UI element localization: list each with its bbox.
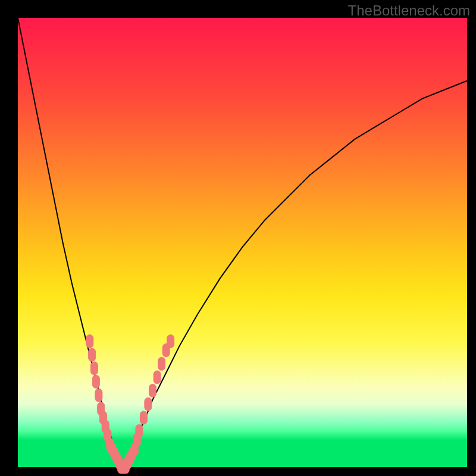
marker-point	[158, 357, 165, 370]
watermark-text: TheBottleneck.com	[348, 2, 470, 19]
curve-left-branch	[18, 18, 121, 467]
marker-point	[167, 335, 174, 348]
marker-point	[145, 397, 152, 411]
marker-point	[95, 389, 102, 402]
marker-point	[90, 362, 98, 375]
curve-right-branch	[121, 81, 467, 467]
marker-cluster	[86, 335, 174, 474]
curve-layer	[18, 18, 467, 467]
marker-point	[89, 348, 96, 361]
marker-point	[86, 335, 93, 348]
marker-point	[92, 375, 99, 389]
chart-frame: TheBottleneck.com	[0, 0, 476, 476]
plot-area	[18, 18, 467, 467]
marker-point	[136, 425, 143, 438]
marker-point	[154, 371, 161, 384]
marker-point	[149, 384, 156, 397]
marker-point	[140, 411, 147, 424]
